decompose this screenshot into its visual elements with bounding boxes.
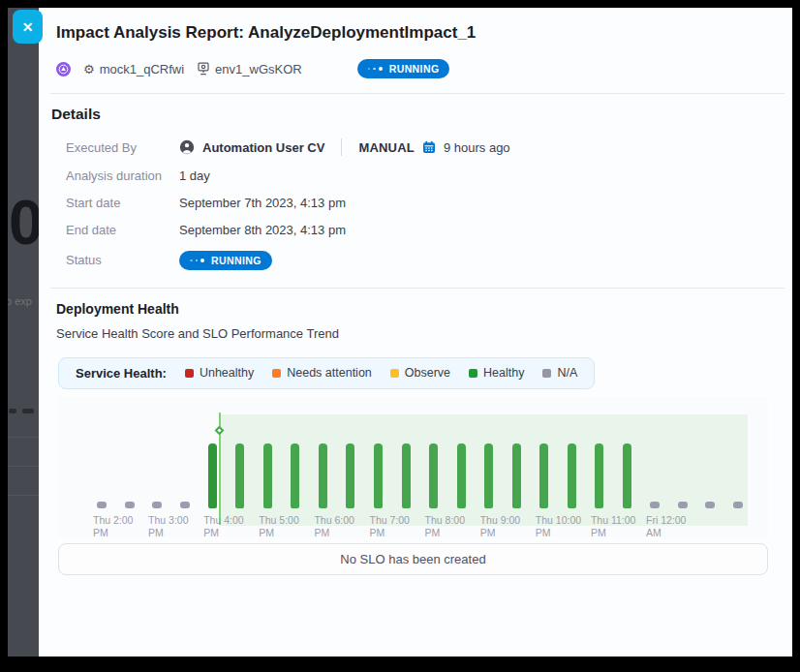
background-bar-fragment <box>22 409 34 413</box>
health-bar[interactable] <box>705 502 715 508</box>
health-bar[interactable] <box>346 443 354 508</box>
background-bar-fragment <box>9 409 16 413</box>
close-button[interactable]: ✕ <box>13 10 43 44</box>
health-bar[interactable] <box>512 443 521 508</box>
deployment-health-heading: Deployment Health <box>56 301 769 317</box>
legend-swatch <box>542 369 551 378</box>
background-text-fragment: o exp <box>8 295 32 307</box>
environment-icon <box>197 62 210 76</box>
page-backdrop-overlay[interactable]: 0 o exp <box>8 8 39 657</box>
health-bar[interactable] <box>484 443 493 508</box>
health-bar[interactable] <box>97 502 107 508</box>
x-axis-label: Thu 10:00PM <box>536 514 581 537</box>
legend-label: Needs attention <box>287 366 372 380</box>
details-section: Details Executed By Automation User CV M… <box>39 94 792 273</box>
running-dot <box>200 259 204 262</box>
executed-time-ago: 9 hours ago <box>444 140 510 155</box>
x-axis-label: Thu 2:00PM <box>93 514 133 537</box>
gear-icon: ⚙ <box>83 63 95 76</box>
health-bar[interactable] <box>595 443 603 508</box>
status-value: RUNNING <box>179 250 769 270</box>
health-bar[interactable] <box>539 443 548 508</box>
health-bar[interactable] <box>152 502 162 508</box>
duration-value: 1 day <box>179 168 769 183</box>
x-axis-label: Thu 3:00PM <box>148 514 188 537</box>
health-bar[interactable] <box>319 443 327 508</box>
close-icon: ✕ <box>22 19 34 35</box>
srm-module-icon <box>56 62 71 76</box>
health-bar[interactable] <box>402 443 411 508</box>
user-avatar-icon <box>179 139 195 155</box>
x-axis-label: Thu 4:00PM <box>203 514 243 537</box>
health-bar[interactable] <box>568 443 576 508</box>
duration-label: Analysis duration <box>66 168 179 183</box>
status-badge-label: RUNNING <box>211 255 262 266</box>
running-dot <box>373 68 376 71</box>
health-bar[interactable] <box>733 502 743 508</box>
x-axis-label: Fri 12:00AM <box>646 514 686 537</box>
trigger-type: MANUAL <box>358 140 415 155</box>
status-badge-label: RUNNING <box>389 63 440 75</box>
environment-entity[interactable]: env1_wGsKOR <box>197 62 302 76</box>
impact-analysis-drawer: ✕ Impact Analysis Report: AnalyzeDeploym… <box>39 8 792 657</box>
legend-swatch <box>272 369 281 378</box>
health-bar[interactable] <box>678 502 688 508</box>
x-axis-label: Thu 8:00PM <box>425 514 465 537</box>
background-metric-value: 0 <box>9 192 39 254</box>
end-date-value: September 8th 2023, 4:13 pm <box>179 223 769 237</box>
running-dot <box>368 68 371 71</box>
health-bar[interactable] <box>650 502 660 508</box>
background-row-line <box>8 495 39 496</box>
health-bar[interactable] <box>623 443 631 508</box>
details-heading: Details <box>51 106 769 123</box>
deployment-health-section: Deployment Health Service Health Score a… <box>39 289 792 575</box>
running-dot <box>379 67 383 71</box>
legend-label: Observe <box>405 366 450 380</box>
legend-item: Unhealthy <box>185 366 254 380</box>
health-bar[interactable] <box>125 502 135 508</box>
health-bar[interactable] <box>291 443 299 508</box>
legend-swatch <box>390 369 399 378</box>
no-slo-banner: No SLO has been created <box>58 543 768 575</box>
health-bar[interactable] <box>180 502 190 508</box>
legend-swatch <box>469 369 477 378</box>
x-axis-label: Thu 9:00PM <box>480 514 520 537</box>
legend-swatch <box>185 369 194 378</box>
start-date-label: Start date <box>66 196 179 210</box>
x-axis-label: Thu 11:00PM <box>591 514 636 537</box>
service-entity[interactable]: ⚙ mock1_qCRfwi <box>83 62 184 76</box>
end-date-label: End date <box>66 223 179 237</box>
details-grid: Executed By Automation User CV MANUAL <box>66 138 769 270</box>
legend-item: Needs attention <box>272 366 372 380</box>
background-row-line <box>8 437 39 438</box>
executed-by-value: Automation User CV MANUAL 9 hours ago <box>179 138 769 156</box>
running-dot <box>190 260 193 262</box>
start-date-value: September 7th 2023, 4:13 pm <box>179 196 769 210</box>
legend-title: Service Health: <box>76 366 167 381</box>
entity-badge-row: ⚙ mock1_qCRfwi env1_wGsKOR RUNNING <box>56 59 769 78</box>
environment-name: env1_wGsKOR <box>215 62 302 76</box>
service-health-legend: Service Health: UnhealthyNeeds attention… <box>58 357 595 389</box>
x-axis-label: Thu 5:00PM <box>259 514 298 537</box>
legend-item: Observe <box>390 366 450 380</box>
executed-by-label: Executed By <box>66 140 179 155</box>
deployment-health-subtitle: Service Health Score and SLO Performance… <box>56 326 769 341</box>
x-axis-label: Thu 7:00PM <box>370 514 410 537</box>
health-bar[interactable] <box>374 443 383 508</box>
x-axis-label: Thu 6:00PM <box>314 514 354 537</box>
status-label: Status <box>66 253 179 267</box>
deployment-health-chart: Thu 2:00PMThu 3:00PMThu 4:00PMThu 5:00PM… <box>58 397 768 537</box>
calendar-icon <box>422 140 436 154</box>
health-bar[interactable] <box>457 443 466 508</box>
no-slo-message: No SLO has been created <box>340 552 485 566</box>
health-bar[interactable] <box>235 443 244 508</box>
status-badge: RUNNING <box>357 59 450 78</box>
drawer-title: Impact Analysis Report: AnalyzeDeploymen… <box>56 23 769 43</box>
vertical-divider <box>341 138 342 156</box>
health-bar[interactable] <box>263 443 272 508</box>
health-bar[interactable] <box>429 443 438 508</box>
app-screen: 0 o exp ✕ Impact Analysis Report: Analyz… <box>8 8 792 657</box>
health-bar[interactable] <box>208 443 217 508</box>
legend-items: UnhealthyNeeds attentionObserveHealthyN/… <box>185 366 577 380</box>
legend-label: Unhealthy <box>200 366 254 380</box>
